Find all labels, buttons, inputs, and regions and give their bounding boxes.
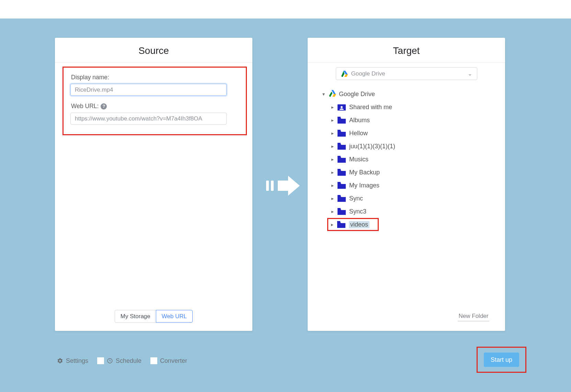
folder-icon	[338, 156, 346, 163]
caret-right-icon: ▸	[329, 117, 335, 123]
tree-item-mybackup[interactable]: ▸ My Backup	[329, 166, 494, 179]
folder-icon	[338, 195, 346, 202]
tree-item-label: My Backup	[349, 169, 380, 176]
tree-item-shared[interactable]: ▸ Shared with me	[329, 101, 494, 114]
clock-icon	[107, 358, 113, 364]
schedule-label: Schedule	[116, 357, 141, 365]
main-area: Source Display name: Web URL: ? My Stora…	[0, 19, 571, 392]
tree-item-videos[interactable]: ▸ videos	[328, 218, 369, 231]
settings-label: Settings	[66, 357, 88, 365]
svg-rect-10	[338, 117, 341, 118]
tree-item-label: Sync	[349, 195, 363, 202]
target-title: Target	[308, 38, 505, 63]
svg-rect-11	[338, 130, 341, 131]
schedule-option[interactable]: Schedule	[97, 357, 141, 365]
tree-item-myimages[interactable]: ▸ My Images	[329, 179, 494, 192]
display-name-input[interactable]	[70, 84, 227, 96]
svg-marker-5	[329, 91, 333, 96]
tree-item-label: Shared with me	[349, 104, 392, 111]
source-tab-row: My Storage Web URL	[55, 310, 252, 323]
svg-rect-17	[338, 208, 341, 209]
tree-item-videos-highlight: ▸ videos	[327, 218, 379, 231]
web-url-label-text: Web URL:	[71, 103, 99, 110]
tab-web-url[interactable]: Web URL	[156, 310, 193, 323]
start-button[interactable]: Start up	[484, 353, 519, 367]
drive-select-label: Google Drive	[351, 70, 468, 77]
folder-icon	[338, 182, 346, 189]
new-folder-button[interactable]: New Folder	[458, 313, 489, 321]
web-url-input[interactable]	[70, 113, 227, 125]
shared-folder-icon	[338, 104, 346, 111]
source-highlight: Display name: Web URL: ?	[62, 67, 247, 135]
folder-icon	[338, 143, 346, 150]
display-name-label: Display name:	[71, 74, 239, 81]
svg-marker-7	[332, 94, 336, 97]
source-title: Source	[55, 38, 252, 63]
help-icon[interactable]: ?	[101, 103, 107, 109]
tree-item-albums[interactable]: ▸ Albums	[329, 114, 494, 127]
svg-rect-13	[338, 156, 341, 157]
tree-item-sync3[interactable]: ▸ Sync3	[329, 205, 494, 218]
top-bar	[0, 0, 571, 19]
svg-rect-18	[337, 221, 340, 222]
source-panel: Source Display name: Web URL: ? My Stora…	[55, 38, 252, 331]
tree-item-label: My Images	[349, 182, 379, 189]
target-panel: Target Google Drive ⌄ ▾ Google Drive ▸	[308, 38, 505, 331]
caret-right-icon: ▸	[329, 130, 335, 136]
tree-item-sync[interactable]: ▸ Sync	[329, 192, 494, 205]
caret-right-icon: ▸	[329, 209, 335, 214]
converter-checkbox[interactable]	[150, 357, 157, 364]
svg-rect-16	[338, 195, 341, 196]
svg-rect-12	[338, 143, 341, 144]
tree-item-hellow[interactable]: ▸ Hellow	[329, 127, 494, 140]
folder-icon	[338, 130, 346, 137]
svg-rect-0	[266, 181, 269, 191]
caret-right-icon: ▸	[329, 157, 335, 162]
google-drive-icon	[341, 71, 348, 77]
caret-right-icon: ▸	[329, 143, 335, 149]
folder-icon	[337, 221, 345, 228]
schedule-checkbox[interactable]	[97, 357, 104, 364]
svg-rect-14	[338, 169, 341, 170]
svg-rect-15	[338, 182, 341, 183]
caret-right-icon: ▸	[329, 170, 335, 175]
caret-right-icon: ▸	[329, 222, 335, 227]
svg-marker-4	[344, 74, 348, 77]
gear-icon	[57, 358, 63, 364]
caret-right-icon: ▸	[329, 183, 335, 188]
tree-item-juu[interactable]: ▸ juu(1)(1)(3)(1)(1)	[329, 140, 494, 153]
settings-option[interactable]: Settings	[57, 357, 88, 365]
tree-item-label: Albums	[349, 117, 370, 124]
drive-select[interactable]: Google Drive ⌄	[336, 67, 477, 80]
converter-label: Converter	[160, 357, 187, 365]
folder-icon	[338, 208, 346, 215]
caret-down-icon: ▾	[320, 91, 327, 97]
tree-item-musics[interactable]: ▸ Musics	[329, 153, 494, 166]
tree-item-label: videos	[349, 221, 369, 228]
chevron-down-icon: ⌄	[468, 70, 472, 77]
tree-item-label: Hellow	[349, 130, 368, 137]
transfer-arrow-icon	[266, 174, 300, 199]
svg-rect-1	[271, 181, 274, 191]
caret-right-icon: ▸	[329, 196, 335, 201]
folder-icon	[338, 117, 346, 124]
start-highlight: Start up	[477, 347, 526, 373]
tree-root[interactable]: ▾ Google Drive	[320, 88, 494, 101]
web-url-label: Web URL: ?	[71, 103, 239, 110]
google-drive-icon	[329, 90, 336, 99]
folder-tree: ▾ Google Drive ▸ Shared with me ▸	[320, 88, 494, 231]
tree-root-label: Google Drive	[339, 91, 375, 98]
svg-point-9	[341, 106, 343, 108]
footer-row: Settings Schedule Converter Start up	[57, 349, 526, 373]
folder-icon	[338, 169, 346, 176]
tab-my-storage[interactable]: My Storage	[115, 310, 156, 323]
tree-item-label: Sync3	[349, 208, 366, 215]
tree-item-label: juu(1)(1)(3)(1)(1)	[349, 143, 395, 150]
converter-option[interactable]: Converter	[150, 357, 187, 365]
caret-right-icon: ▸	[329, 104, 335, 110]
tree-item-label: Musics	[349, 156, 368, 163]
